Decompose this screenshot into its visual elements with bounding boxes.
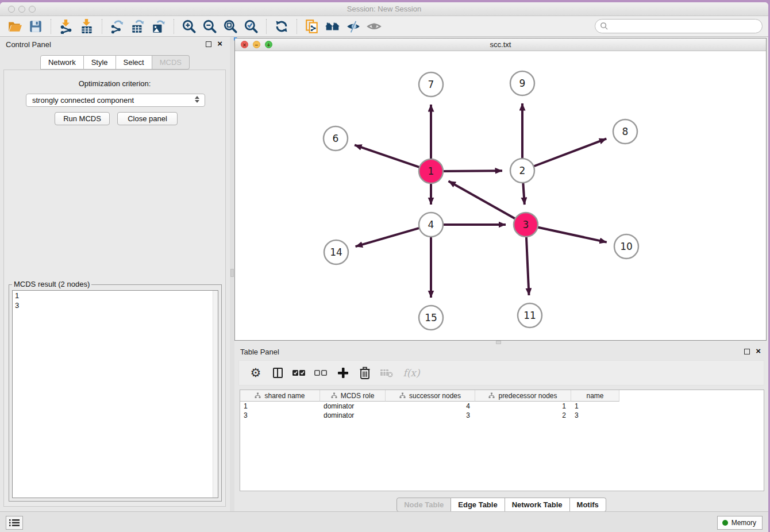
- column-header-predecessor-nodes[interactable]: predecessor nodes: [475, 390, 571, 402]
- float-panel-icon[interactable]: [206, 41, 211, 47]
- tab-edge-table[interactable]: Edge Table: [451, 498, 505, 512]
- tab-style[interactable]: Style: [84, 55, 116, 70]
- add-column-button[interactable]: [333, 364, 353, 381]
- zoom-selected-button[interactable]: [242, 18, 260, 35]
- export-table-button[interactable]: [129, 18, 147, 35]
- home-layout-button[interactable]: [324, 18, 342, 35]
- close-table-panel-icon[interactable]: ×: [756, 346, 761, 356]
- tab-network[interactable]: Network: [40, 55, 84, 70]
- fx-icon: f(x): [403, 367, 419, 379]
- node-table-header: shared name MCDS role successor nodes pr…: [240, 390, 764, 402]
- search-box[interactable]: [595, 19, 763, 33]
- graph-edge-3-1[interactable]: [449, 181, 515, 219]
- import-network-icon: [59, 19, 74, 34]
- import-network-button[interactable]: [57, 18, 75, 35]
- window-title: Session: New Session: [0, 5, 768, 13]
- search-input[interactable]: [609, 21, 762, 32]
- graph-edge-1-6[interactable]: [355, 145, 419, 167]
- column-header-name[interactable]: name: [571, 390, 619, 402]
- network-window-titlebar[interactable]: × − + scc.txt: [235, 38, 766, 51]
- graph-edge-2-3[interactable]: [523, 183, 525, 205]
- run-mcds-button[interactable]: Run MCDS: [55, 112, 110, 125]
- gear-icon: ⚙: [251, 366, 261, 380]
- delete-table-button: [377, 364, 396, 381]
- clone-network-button[interactable]: [303, 18, 321, 35]
- search-icon: [600, 22, 609, 30]
- graph-edge-1-2[interactable]: [443, 171, 502, 171]
- cell-name: 1: [571, 402, 619, 411]
- hierarchy-icon: [255, 392, 261, 399]
- optimization-dropdown[interactable]: strongly connected component: [26, 94, 205, 107]
- graph-node-label-7: 7: [428, 79, 434, 90]
- cell-predecessor-nodes: 1: [475, 402, 571, 411]
- refresh-button[interactable]: [272, 18, 291, 35]
- tab-motifs[interactable]: Motifs: [570, 498, 606, 512]
- graph-edge-2-8[interactable]: [534, 138, 607, 166]
- memory-button[interactable]: Memory: [717, 516, 763, 530]
- table-panel-header: Table Panel ×: [234, 344, 768, 359]
- table-tabs: Node Table Edge Table Network Table Moti…: [234, 498, 768, 512]
- close-panel-button[interactable]: Close panel: [117, 112, 178, 125]
- toolbar-separator: [297, 19, 297, 34]
- network-graph-canvas[interactable]: 7968124314101511: [235, 51, 766, 340]
- export-table-icon: [130, 19, 145, 34]
- graph-edge-3-11[interactable]: [526, 237, 529, 295]
- graph-edge-4-14[interactable]: [356, 228, 419, 246]
- optimization-label: Optimization criterion:: [4, 79, 225, 88]
- vertical-splitter[interactable]: [230, 37, 234, 511]
- toolbar-separator: [102, 19, 102, 34]
- tab-node-table[interactable]: Node Table: [396, 498, 451, 512]
- result-line: 1: [13, 291, 218, 300]
- open-session-button[interactable]: [6, 18, 24, 35]
- select-all-rows-button[interactable]: [290, 364, 309, 381]
- refresh-icon: [274, 19, 289, 34]
- task-history-button[interactable]: [6, 516, 23, 530]
- export-network-button[interactable]: [108, 18, 126, 35]
- tab-network-table[interactable]: Network Table: [505, 498, 570, 512]
- graph-node-label-6: 6: [333, 133, 339, 144]
- cell-mcds-role: dominator: [320, 402, 386, 411]
- graph-node-label-2: 2: [519, 165, 526, 176]
- graph-edge-3-10[interactable]: [538, 228, 607, 242]
- deselect-all-rows-button[interactable]: [311, 364, 331, 381]
- column-label: MCDS role: [341, 392, 375, 400]
- delete-column-button[interactable]: [355, 364, 375, 381]
- tab-mcds[interactable]: MCDS: [152, 55, 190, 70]
- zoom-in-icon: [182, 19, 197, 34]
- float-table-panel-icon[interactable]: [744, 349, 750, 354]
- eye-icon: [367, 19, 382, 34]
- cell-mcds-role: dominator: [320, 411, 386, 420]
- table-row[interactable]: 3 dominator 3 2 3: [240, 411, 764, 420]
- mcds-result-list[interactable]: 1 3: [12, 290, 218, 498]
- node-table: shared name MCDS role successor nodes pr…: [240, 390, 764, 491]
- graph-node-label-1: 1: [428, 165, 434, 177]
- result-scrollbar[interactable]: [213, 291, 218, 498]
- show-panels-button[interactable]: [365, 18, 383, 35]
- cell-successor-nodes: 4: [386, 402, 475, 411]
- main-toolbar: [0, 16, 768, 37]
- column-header-mcds-role[interactable]: MCDS role: [320, 390, 386, 402]
- hide-panels-button[interactable]: [344, 18, 363, 35]
- zoom-fit-button[interactable]: [221, 18, 240, 35]
- memory-label: Memory: [732, 519, 756, 527]
- import-table-icon: [79, 19, 94, 34]
- table-row[interactable]: 1 dominator 4 1 1: [240, 402, 764, 411]
- column-header-successor-nodes[interactable]: successor nodes: [386, 390, 475, 402]
- delete-table-icon: [380, 368, 394, 378]
- plus-icon: [337, 367, 349, 379]
- zoom-in-button[interactable]: [180, 18, 198, 35]
- tab-select[interactable]: Select: [116, 55, 152, 70]
- table-settings-button[interactable]: ⚙: [246, 364, 265, 381]
- zoom-out-button[interactable]: [201, 18, 219, 35]
- splitter-grip[interactable]: [230, 269, 234, 277]
- column-header-shared-name[interactable]: shared name: [240, 390, 320, 402]
- import-table-button[interactable]: [78, 18, 96, 35]
- column-label: shared name: [264, 392, 305, 400]
- export-image-button[interactable]: [149, 18, 168, 35]
- cell-name: 3: [571, 411, 619, 420]
- close-panel-icon[interactable]: ×: [217, 38, 222, 49]
- save-session-button[interactable]: [26, 18, 45, 35]
- list-icon: [9, 519, 20, 527]
- show-columns-button[interactable]: [268, 364, 287, 381]
- graph-node-label-3: 3: [523, 219, 529, 230]
